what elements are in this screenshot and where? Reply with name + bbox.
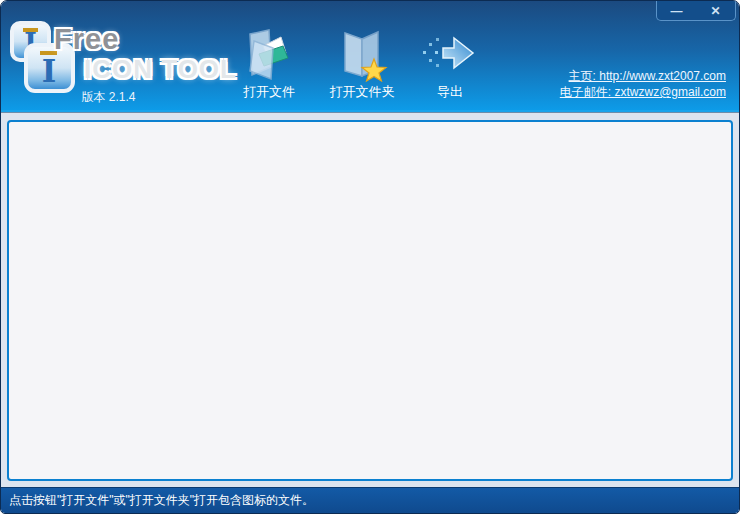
open-file-button[interactable]: 打开文件	[229, 25, 309, 103]
window-controls: — ✕	[656, 1, 736, 21]
app-title-free: Free	[54, 23, 119, 56]
header-banner: I I Free ICON TOOL 版本 2.1.4 打开文件	[1, 1, 739, 110]
export-label: 导出	[437, 83, 463, 103]
export-icon	[421, 25, 479, 83]
open-folder-label: 打开文件夹	[330, 83, 395, 103]
icon-list-panel[interactable]	[7, 120, 733, 481]
app-window: I I Free ICON TOOL 版本 2.1.4 打开文件	[0, 0, 740, 514]
status-bar: 点击按钮"打开文件"或"打开文件夹"打开包含图标的文件。	[1, 487, 739, 513]
open-file-icon	[242, 25, 296, 83]
open-folder-icon	[336, 25, 388, 83]
close-button[interactable]: ✕	[696, 1, 735, 20]
minimize-button[interactable]: —	[657, 1, 696, 20]
email-link[interactable]: 电子邮件: zxtwzwz@gmail.com	[560, 84, 726, 100]
homepage-link[interactable]: 主页: http://www.zxt2007.com	[560, 68, 726, 84]
export-button[interactable]: 导出	[413, 25, 487, 103]
open-folder-button[interactable]: 打开文件夹	[319, 25, 405, 103]
open-file-label: 打开文件	[243, 83, 295, 103]
version-label: 版本 2.1.4	[51, 89, 166, 106]
svg-text:I: I	[42, 53, 57, 89]
app-title-icon-tool: ICON TOOL	[84, 54, 237, 85]
status-message: 点击按钮"打开文件"或"打开文件夹"打开包含图标的文件。	[9, 492, 314, 509]
external-links: 主页: http://www.zxt2007.com 电子邮件: zxtwzwz…	[560, 68, 726, 100]
header-separator	[1, 110, 739, 113]
